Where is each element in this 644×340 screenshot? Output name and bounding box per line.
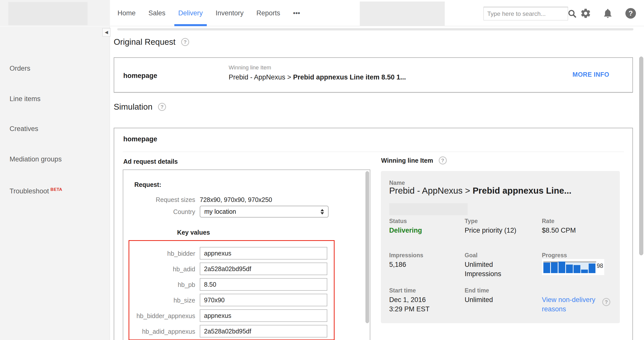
progress-chart: 98: [542, 259, 604, 275]
winning-line-item-value: Prebid - AppNexus > Prebid appnexus Line…: [229, 73, 406, 81]
search-input[interactable]: [484, 7, 567, 20]
kv-input-hb_bidder[interactable]: [200, 247, 327, 260]
status-label: Status: [389, 218, 407, 225]
kv-key-hb_adid: hb_adid: [128, 266, 195, 273]
tab-home[interactable]: Home: [117, 0, 136, 26]
tab-inventory[interactable]: Inventory: [215, 0, 244, 26]
request-heading: Request:: [134, 181, 161, 188]
sidebar: ◀ Orders Line items Creatives Mediation …: [0, 26, 110, 340]
winning-line-item-panel: Name Prebid - AppNexus > Prebid appnexus…: [381, 171, 620, 323]
progress-bar: [551, 262, 558, 273]
more-info-link[interactable]: MORE INFO: [573, 71, 609, 78]
sidebar-item-troubleshoot[interactable]: TroubleshootBETA: [10, 187, 62, 195]
search-icon[interactable]: [567, 9, 577, 19]
start-time-label: Start time: [389, 287, 416, 294]
progress-bar: [543, 263, 550, 273]
sidebar-item-orders[interactable]: Orders: [10, 65, 30, 72]
kv-key-hb_pb: hb_pb: [128, 281, 195, 288]
winning-line-item-label: Winning line Item: [229, 64, 271, 71]
progress-bar: [574, 265, 580, 273]
sidebar-item-line-items[interactable]: Line items: [10, 95, 41, 103]
winning-line-item-header: Winning line Item ?: [381, 156, 447, 164]
type-label: Type: [465, 218, 478, 225]
tab-delivery[interactable]: Delivery: [178, 0, 204, 26]
request-sizes-value: 728x90, 970x90, 970x250: [200, 196, 272, 203]
sidebar-item-label: Troubleshoot: [10, 187, 49, 195]
status-badge: Delivering: [389, 226, 422, 235]
sidebar-item-mediation-groups[interactable]: Mediation groups: [10, 155, 62, 163]
ad-manager-screen: Home Sales Delivery Inventory Reports ••…: [0, 0, 644, 340]
kv-input-hb_adid[interactable]: [200, 263, 327, 275]
kv-input-hb_adid_appnexus[interactable]: [200, 325, 327, 337]
line-item-name: Prebid appnexus Line...: [473, 186, 572, 195]
progress-value: 98: [597, 263, 603, 269]
ad-unit-name: homepage: [123, 135, 157, 143]
line-item-name: Prebid appnexus Line item 8.50 1...: [293, 73, 406, 81]
simulation-help-icon[interactable]: ?: [158, 103, 166, 111]
simulation-card: homepage Ad request details Request: Req…: [114, 128, 633, 340]
panel-scrollbar-thumb[interactable]: [366, 171, 369, 323]
goal-value: Unlimited Impressions: [465, 260, 521, 279]
simulation-header: Simulation ?: [114, 102, 166, 112]
progress-bars: [543, 262, 596, 273]
sidebar-item-creatives[interactable]: Creatives: [10, 125, 38, 133]
original-request-help-icon[interactable]: ?: [181, 38, 189, 46]
simulation-title: Simulation: [114, 102, 152, 112]
collapse-left-icon: ◀: [105, 30, 108, 35]
winning-line-item-help-icon[interactable]: ?: [439, 156, 447, 164]
order-name: Prebid - AppNexus: [229, 73, 285, 81]
country-selected-value: my location: [200, 208, 318, 215]
tab-reports[interactable]: Reports: [256, 0, 281, 26]
line-item-full-name: Prebid - AppNexus > Prebid appnexus Line…: [389, 186, 572, 196]
view-non-delivery-reasons-link[interactable]: View non-delivery reasons: [542, 295, 600, 314]
primary-nav: Home Sales Delivery Inventory Reports ••…: [117, 0, 301, 26]
select-arrows-icon: [318, 209, 326, 215]
name-separator: >: [463, 186, 473, 195]
end-time-value: Unlimited: [465, 295, 493, 305]
non-delivery-help-icon[interactable]: ?: [602, 298, 610, 306]
ad-request-details-panel: Request: Request sizes 728x90, 970x90, 9…: [123, 169, 370, 340]
name-separator: >: [285, 73, 293, 81]
goal-label: Goal: [465, 252, 477, 259]
impressions-value: 5,186: [389, 260, 406, 269]
country-select[interactable]: my location: [200, 206, 329, 218]
kv-key-hb_bidder: hb_bidder: [128, 250, 195, 257]
kv-input-hb_bidder_appnexus[interactable]: [200, 309, 327, 322]
winning-line-item-title: Winning line Item: [381, 157, 433, 164]
progress-bar: [589, 264, 595, 273]
kv-key-hb_size: hb_size: [128, 297, 195, 304]
country-label: Country: [127, 208, 195, 216]
redacted-info-placeholder: [389, 203, 468, 215]
beta-badge: BETA: [51, 187, 62, 192]
vertical-scrollbar-thumb[interactable]: [639, 57, 643, 255]
type-value: Price priority (12): [465, 226, 516, 235]
ad-request-details-title: Ad request details: [123, 158, 178, 165]
progress-bar: [558, 262, 565, 273]
rate-value: $8.50 CPM: [542, 226, 576, 235]
original-request-title: Original Request: [114, 37, 176, 47]
kv-input-hb_size[interactable]: [200, 294, 327, 306]
tab-sales[interactable]: Sales: [148, 0, 166, 26]
top-bar: Home Sales Delivery Inventory Reports ••…: [0, 0, 644, 26]
rate-label: Rate: [542, 218, 554, 225]
kv-key-hb_adid_appnexus: hb_adid_appnexus: [128, 328, 195, 335]
tab-more-ellipsis[interactable]: •••: [293, 0, 301, 26]
order-name: Prebid - AppNexus: [389, 186, 463, 195]
kv-key-hb_bidder_appnexus: hb_bidder_appnexus: [128, 312, 195, 320]
gear-icon[interactable]: [580, 8, 591, 19]
horizontal-scrollbar[interactable]: [117, 28, 633, 30]
progress-bar: [566, 265, 573, 273]
impressions-label: Impressions: [389, 252, 423, 259]
original-request-card: homepage Winning line Item Prebid - AppN…: [114, 57, 633, 93]
kv-input-hb_pb[interactable]: [200, 278, 327, 291]
progress-bar: [581, 270, 588, 273]
sidebar-collapse-button[interactable]: ◀: [102, 28, 110, 36]
account-info-placeholder: [360, 2, 445, 26]
logo-placeholder: [8, 2, 88, 25]
progress-label: Progress: [542, 252, 567, 259]
original-request-header: Original Request ?: [114, 37, 189, 47]
help-icon[interactable]: ?: [625, 8, 636, 19]
bell-icon[interactable]: [602, 8, 613, 19]
key-values-heading: Key values: [177, 229, 210, 236]
end-time-label: End time: [465, 287, 489, 294]
